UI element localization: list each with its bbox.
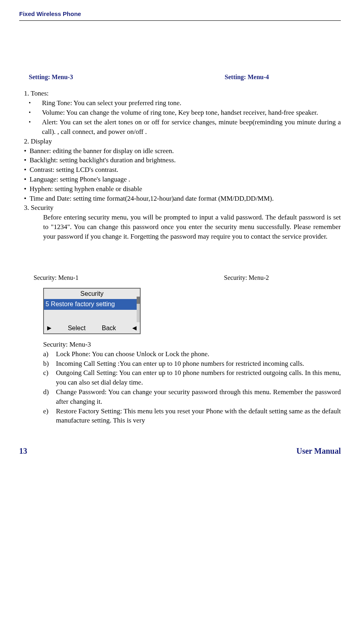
letter-label: c) <box>43 368 56 387</box>
security-menu-2-label: Security: Menu-2 <box>224 273 269 282</box>
bullet-contrast: • Contrast: setting LCD's contrast. <box>19 165 341 175</box>
bullet-icon: • <box>24 175 26 184</box>
letter-label: d) <box>43 387 56 407</box>
item-a: a) Lock Phone: You can choose Unlock or … <box>43 349 341 359</box>
body-content: 1. Tones: • Ring Tone: You can select yo… <box>19 89 341 425</box>
screenshot-softkeys: ▶ Select Back ◀ <box>44 324 140 333</box>
bullet-text: Alert: You can set the alert tones on or… <box>42 118 341 137</box>
bullet-banner: • Banner: editing the banner for display… <box>19 146 341 156</box>
bullet-icon: • <box>29 108 31 118</box>
security-body: Before entering security menu, you will … <box>43 213 341 241</box>
security-menu-labels: Security: Menu-1 Security: Menu-2 <box>19 273 341 282</box>
item-d: d) Change Password: You can change your … <box>43 387 341 407</box>
page-number: 13 <box>19 445 27 457</box>
security-menu-3-label: Security: Menu-3 <box>43 340 341 349</box>
footer: 13 User Manual <box>19 445 341 457</box>
bullet-text: Hyphen: setting hyphen enable or disable <box>30 184 341 194</box>
bullet-text: Banner: editing the banner for display o… <box>30 146 341 156</box>
item-c: c) Outgoing Call Setting: You can enter … <box>43 368 341 387</box>
setting-menu-labels: Setting: Menu-3 Setting: Menu-4 <box>19 73 341 82</box>
security-menu-3-block: Security 5 Restore factory setting ▶ Sel… <box>43 288 341 349</box>
letter-text: Lock Phone: You can choose Unlock or Loc… <box>56 349 341 359</box>
footer-label: User Manual <box>296 445 341 457</box>
screenshot-title: Security <box>44 289 140 299</box>
bullet-text: Time and Date: setting time format(24-ho… <box>30 194 341 203</box>
letter-text: Outgoing Call Setting: You can enter up … <box>56 368 341 387</box>
item-2-display: 2. Display <box>24 137 341 146</box>
bullet-text: Ring Tone: You can select your preferred… <box>42 98 341 108</box>
letter-label: a) <box>43 349 56 359</box>
header-title: Fixed Wireless Phone <box>19 10 341 21</box>
item-e: e) Restore Factory Setting: This menu le… <box>43 407 341 426</box>
bullet-icon: • <box>24 156 26 165</box>
bullet-text: Backlight: setting backlight's duration … <box>30 156 341 165</box>
letter-label: e) <box>43 407 56 426</box>
arrow-right-icon: ▶ <box>47 324 52 332</box>
softkey-select: Select <box>68 324 86 333</box>
bullet-icon: • <box>24 194 26 203</box>
phone-screenshot: Security 5 Restore factory setting ▶ Sel… <box>43 288 141 334</box>
bullet-icon: • <box>29 98 31 108</box>
bullet-hyphen: • Hyphen: setting hyphen enable or disab… <box>19 184 341 194</box>
arrow-left-icon: ◀ <box>132 324 137 332</box>
bullet-volume: • Volume: You can change the volume of r… <box>29 108 341 118</box>
letter-label: b) <box>43 359 56 369</box>
letter-text: Change Password: You can change your sec… <box>56 387 341 407</box>
screenshot-selected-item: 5 Restore factory setting <box>44 299 140 309</box>
item-b: b) Incoming Call Setting :You can enter … <box>43 359 341 369</box>
bullet-icon: • <box>29 118 31 137</box>
setting-menu-4-label: Setting: Menu-4 <box>225 73 269 82</box>
bullet-icon: • <box>24 165 26 175</box>
softkey-back: Back <box>102 324 116 333</box>
letter-text: Restore Factory Setting: This menu lets … <box>56 407 341 426</box>
bullet-text: Language: setting Phone's language . <box>30 175 341 184</box>
bullet-icon: • <box>24 146 26 156</box>
bullet-icon: • <box>24 184 26 194</box>
bullet-backlight: • Backlight: setting backlight's duratio… <box>19 156 341 165</box>
bullet-text: Volume: You can change the volume of rin… <box>42 108 341 118</box>
security-menu-1-label: Security: Menu-1 <box>34 273 78 282</box>
bullet-time-date: • Time and Date: setting time format(24-… <box>19 194 341 203</box>
item-3-security: 3. Security <box>24 203 341 213</box>
bullet-language: • Language: setting Phone's language . <box>19 175 341 184</box>
bullet-ring-tone: • Ring Tone: You can select your preferr… <box>29 98 341 108</box>
bullet-alert: • Alert: You can set the alert tones on … <box>29 118 341 137</box>
bullet-text: Contrast: setting LCD's contrast. <box>30 165 341 175</box>
setting-menu-3-label: Setting: Menu-3 <box>29 73 73 82</box>
screenshot-scroll-thumb <box>137 297 140 304</box>
letter-text: Incoming Call Setting :You can enter up … <box>56 359 341 369</box>
item-1-tones: 1. Tones: <box>24 89 341 98</box>
screenshot-scrollbar <box>137 297 140 322</box>
